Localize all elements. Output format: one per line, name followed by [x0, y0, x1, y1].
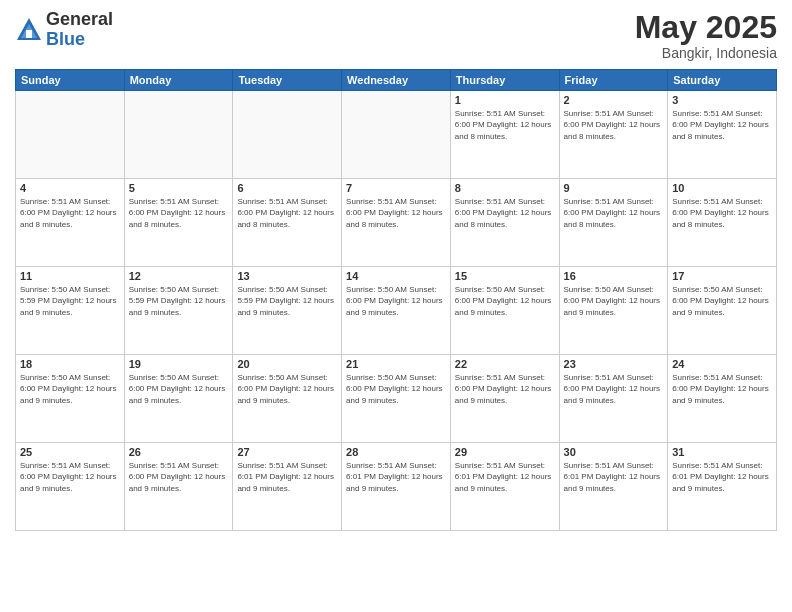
header-friday: Friday [559, 70, 668, 91]
calendar-cell: 21Sunrise: 5:50 AM Sunset: 6:00 PM Dayli… [342, 355, 451, 443]
day-number: 13 [237, 270, 337, 282]
day-number: 21 [346, 358, 446, 370]
calendar-week-0: 1Sunrise: 5:51 AM Sunset: 6:00 PM Daylig… [16, 91, 777, 179]
day-number: 12 [129, 270, 229, 282]
calendar-cell: 10Sunrise: 5:51 AM Sunset: 6:00 PM Dayli… [668, 179, 777, 267]
day-number: 19 [129, 358, 229, 370]
location: Bangkir, Indonesia [635, 45, 777, 61]
day-info: Sunrise: 5:51 AM Sunset: 6:00 PM Dayligh… [455, 372, 555, 406]
logo-blue-text: Blue [46, 30, 113, 50]
day-info: Sunrise: 5:50 AM Sunset: 6:00 PM Dayligh… [346, 372, 446, 406]
calendar-cell: 27Sunrise: 5:51 AM Sunset: 6:01 PM Dayli… [233, 443, 342, 531]
day-info: Sunrise: 5:51 AM Sunset: 6:00 PM Dayligh… [237, 196, 337, 230]
calendar-cell: 31Sunrise: 5:51 AM Sunset: 6:01 PM Dayli… [668, 443, 777, 531]
day-info: Sunrise: 5:51 AM Sunset: 6:00 PM Dayligh… [20, 460, 120, 494]
calendar-cell: 11Sunrise: 5:50 AM Sunset: 5:59 PM Dayli… [16, 267, 125, 355]
day-info: Sunrise: 5:50 AM Sunset: 5:59 PM Dayligh… [237, 284, 337, 318]
day-number: 30 [564, 446, 664, 458]
day-number: 20 [237, 358, 337, 370]
day-number: 26 [129, 446, 229, 458]
day-number: 14 [346, 270, 446, 282]
day-info: Sunrise: 5:50 AM Sunset: 6:00 PM Dayligh… [564, 284, 664, 318]
day-number: 5 [129, 182, 229, 194]
calendar-cell: 4Sunrise: 5:51 AM Sunset: 6:00 PM Daylig… [16, 179, 125, 267]
calendar-week-1: 4Sunrise: 5:51 AM Sunset: 6:00 PM Daylig… [16, 179, 777, 267]
day-number: 28 [346, 446, 446, 458]
calendar-cell [16, 91, 125, 179]
header-sunday: Sunday [16, 70, 125, 91]
calendar-cell: 28Sunrise: 5:51 AM Sunset: 6:01 PM Dayli… [342, 443, 451, 531]
logo-icon [15, 16, 43, 44]
header: General Blue May 2025 Bangkir, Indonesia [15, 10, 777, 61]
calendar-cell: 23Sunrise: 5:51 AM Sunset: 6:00 PM Dayli… [559, 355, 668, 443]
day-info: Sunrise: 5:50 AM Sunset: 6:00 PM Dayligh… [129, 372, 229, 406]
calendar-cell [342, 91, 451, 179]
day-number: 3 [672, 94, 772, 106]
day-info: Sunrise: 5:51 AM Sunset: 6:00 PM Dayligh… [20, 196, 120, 230]
day-info: Sunrise: 5:51 AM Sunset: 6:00 PM Dayligh… [129, 196, 229, 230]
calendar-cell: 9Sunrise: 5:51 AM Sunset: 6:00 PM Daylig… [559, 179, 668, 267]
calendar-cell: 20Sunrise: 5:50 AM Sunset: 6:00 PM Dayli… [233, 355, 342, 443]
day-info: Sunrise: 5:51 AM Sunset: 6:01 PM Dayligh… [564, 460, 664, 494]
title-block: May 2025 Bangkir, Indonesia [635, 10, 777, 61]
day-number: 17 [672, 270, 772, 282]
day-number: 6 [237, 182, 337, 194]
header-monday: Monday [124, 70, 233, 91]
day-info: Sunrise: 5:50 AM Sunset: 6:00 PM Dayligh… [346, 284, 446, 318]
calendar-cell: 14Sunrise: 5:50 AM Sunset: 6:00 PM Dayli… [342, 267, 451, 355]
day-info: Sunrise: 5:51 AM Sunset: 6:00 PM Dayligh… [564, 196, 664, 230]
day-info: Sunrise: 5:50 AM Sunset: 5:59 PM Dayligh… [20, 284, 120, 318]
calendar-cell: 8Sunrise: 5:51 AM Sunset: 6:00 PM Daylig… [450, 179, 559, 267]
day-info: Sunrise: 5:51 AM Sunset: 6:00 PM Dayligh… [672, 372, 772, 406]
calendar-cell [124, 91, 233, 179]
day-number: 31 [672, 446, 772, 458]
calendar-cell: 7Sunrise: 5:51 AM Sunset: 6:00 PM Daylig… [342, 179, 451, 267]
calendar-cell: 26Sunrise: 5:51 AM Sunset: 6:00 PM Dayli… [124, 443, 233, 531]
page: General Blue May 2025 Bangkir, Indonesia… [0, 0, 792, 612]
calendar-table: Sunday Monday Tuesday Wednesday Thursday… [15, 69, 777, 531]
day-number: 1 [455, 94, 555, 106]
day-info: Sunrise: 5:51 AM Sunset: 6:01 PM Dayligh… [346, 460, 446, 494]
day-info: Sunrise: 5:50 AM Sunset: 6:00 PM Dayligh… [20, 372, 120, 406]
calendar-header-row: Sunday Monday Tuesday Wednesday Thursday… [16, 70, 777, 91]
day-number: 23 [564, 358, 664, 370]
day-number: 10 [672, 182, 772, 194]
svg-rect-2 [26, 30, 32, 38]
day-info: Sunrise: 5:50 AM Sunset: 5:59 PM Dayligh… [129, 284, 229, 318]
calendar-cell: 6Sunrise: 5:51 AM Sunset: 6:00 PM Daylig… [233, 179, 342, 267]
day-number: 18 [20, 358, 120, 370]
calendar-cell: 25Sunrise: 5:51 AM Sunset: 6:00 PM Dayli… [16, 443, 125, 531]
calendar-cell: 24Sunrise: 5:51 AM Sunset: 6:00 PM Dayli… [668, 355, 777, 443]
calendar-cell: 18Sunrise: 5:50 AM Sunset: 6:00 PM Dayli… [16, 355, 125, 443]
header-thursday: Thursday [450, 70, 559, 91]
day-info: Sunrise: 5:51 AM Sunset: 6:01 PM Dayligh… [672, 460, 772, 494]
day-info: Sunrise: 5:51 AM Sunset: 6:01 PM Dayligh… [237, 460, 337, 494]
day-info: Sunrise: 5:51 AM Sunset: 6:00 PM Dayligh… [346, 196, 446, 230]
day-number: 15 [455, 270, 555, 282]
day-info: Sunrise: 5:50 AM Sunset: 6:00 PM Dayligh… [672, 284, 772, 318]
calendar-cell: 13Sunrise: 5:50 AM Sunset: 5:59 PM Dayli… [233, 267, 342, 355]
calendar-cell: 15Sunrise: 5:50 AM Sunset: 6:00 PM Dayli… [450, 267, 559, 355]
logo: General Blue [15, 10, 113, 50]
calendar-week-2: 11Sunrise: 5:50 AM Sunset: 5:59 PM Dayli… [16, 267, 777, 355]
day-info: Sunrise: 5:51 AM Sunset: 6:00 PM Dayligh… [672, 196, 772, 230]
calendar-cell: 22Sunrise: 5:51 AM Sunset: 6:00 PM Dayli… [450, 355, 559, 443]
calendar-cell: 1Sunrise: 5:51 AM Sunset: 6:00 PM Daylig… [450, 91, 559, 179]
header-wednesday: Wednesday [342, 70, 451, 91]
day-number: 29 [455, 446, 555, 458]
day-number: 27 [237, 446, 337, 458]
calendar-cell: 16Sunrise: 5:50 AM Sunset: 6:00 PM Dayli… [559, 267, 668, 355]
header-saturday: Saturday [668, 70, 777, 91]
day-info: Sunrise: 5:51 AM Sunset: 6:00 PM Dayligh… [129, 460, 229, 494]
calendar-cell: 5Sunrise: 5:51 AM Sunset: 6:00 PM Daylig… [124, 179, 233, 267]
day-info: Sunrise: 5:51 AM Sunset: 6:00 PM Dayligh… [455, 108, 555, 142]
day-info: Sunrise: 5:51 AM Sunset: 6:00 PM Dayligh… [672, 108, 772, 142]
month-title: May 2025 [635, 10, 777, 45]
day-info: Sunrise: 5:51 AM Sunset: 6:00 PM Dayligh… [455, 196, 555, 230]
day-number: 25 [20, 446, 120, 458]
calendar-cell: 29Sunrise: 5:51 AM Sunset: 6:01 PM Dayli… [450, 443, 559, 531]
calendar-cell: 2Sunrise: 5:51 AM Sunset: 6:00 PM Daylig… [559, 91, 668, 179]
day-number: 22 [455, 358, 555, 370]
calendar-week-3: 18Sunrise: 5:50 AM Sunset: 6:00 PM Dayli… [16, 355, 777, 443]
calendar-cell [233, 91, 342, 179]
